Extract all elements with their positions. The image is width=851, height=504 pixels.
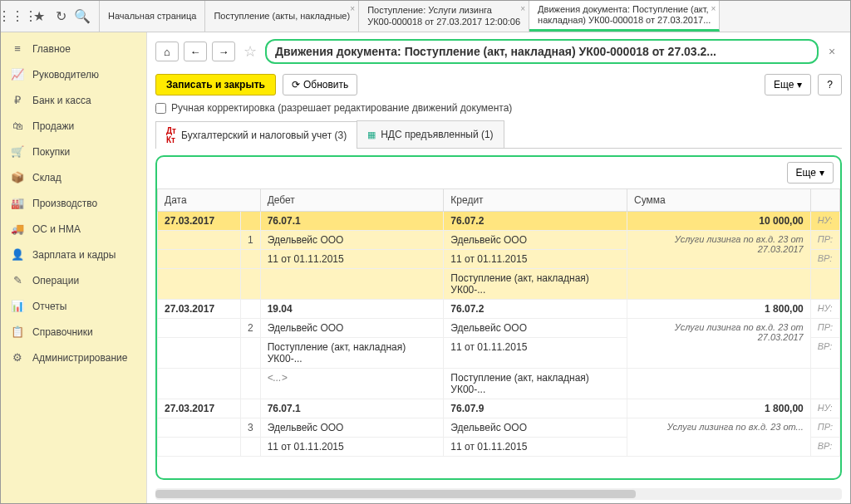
star-icon[interactable]: ★	[29, 7, 49, 27]
movements-panel: Еще ▾ Дата Дебет Кредит Сумма	[155, 155, 842, 480]
sidebar-item[interactable]: ✎Операции	[1, 267, 146, 293]
sidebar-label: Администрирование	[32, 352, 127, 364]
sidebar-icon: 🛍	[11, 120, 24, 132]
accounting-icon: ДтКт	[166, 126, 176, 144]
sidebar-item[interactable]: ⚙Администрирование	[1, 345, 146, 370]
sidebar-item[interactable]: 👤Зарплата и кадры	[1, 242, 146, 267]
sidebar-label: Справочники	[32, 326, 93, 338]
sidebar-label: Руководителю	[32, 69, 99, 81]
refresh-icon: ⟳	[292, 79, 300, 91]
home-button[interactable]: ⌂	[155, 42, 179, 61]
table-row[interactable]: 27.03.201776.07.176.07.210 000,00НУ:	[158, 212, 840, 231]
sidebar: ≡Главное📈Руководителю₽Банк и касса🛍Прода…	[1, 32, 146, 503]
sidebar-item[interactable]: ₽Банк и касса	[1, 87, 146, 113]
main-panel: ⌂ ← → ☆ Движения документа: Поступление …	[146, 32, 850, 503]
chevron-down-icon: ▾	[819, 167, 824, 179]
refresh-button[interactable]: ⟳Обновить	[283, 74, 357, 95]
sidebar-icon: ✎	[11, 274, 24, 286]
close-doc-icon[interactable]: ×	[829, 45, 842, 58]
table-row[interactable]: Поступление (акт, накладная) УК00-...	[158, 269, 840, 300]
sidebar-label: Банк и касса	[32, 95, 91, 106]
sidebar-label: Отчеты	[32, 301, 66, 312]
sidebar-item[interactable]: 📦Склад	[1, 164, 146, 190]
top-tab[interactable]: Движения документа: Поступление (акт,нак…	[529, 1, 720, 32]
sidebar-item[interactable]: 📈Руководителю	[1, 61, 146, 87]
top-tab[interactable]: Поступление (акты, накладные)×	[205, 1, 359, 32]
top-tab[interactable]: Начальная страница	[100, 1, 205, 32]
tab-nds[interactable]: ▦ НДС предъявленный (1)	[357, 120, 504, 148]
sidebar-label: Покупки	[32, 146, 70, 158]
topbar: ⋮⋮⋮ ★ ↻ 🔍 Начальная страницаПоступление …	[1, 1, 850, 32]
sidebar-item[interactable]: 🛍Продажи	[1, 113, 146, 139]
col-debit[interactable]: Дебет	[260, 189, 444, 212]
sidebar-icon: 📈	[11, 68, 24, 81]
movements-table-wrap[interactable]: Дата Дебет Кредит Сумма 27.03.201776.07.…	[157, 188, 840, 478]
toolbar: Записать и закрыть ⟳Обновить Еще ▾ ?	[147, 71, 850, 102]
col-sum[interactable]: Сумма	[627, 189, 810, 212]
table-row[interactable]: 27.03.201719.0476.07.21 800,00НУ:	[158, 300, 840, 319]
tab-close-icon[interactable]: ×	[350, 4, 355, 14]
sidebar-icon: ⚙	[11, 351, 24, 364]
chevron-down-icon: ▾	[797, 79, 802, 91]
sidebar-label: Производство	[32, 198, 97, 209]
tab-accounting[interactable]: ДтКт Бухгалтерский и налоговый учет (3)	[155, 121, 357, 149]
sidebar-icon: 📋	[11, 325, 24, 338]
manual-edit-checkbox[interactable]	[155, 103, 166, 114]
movements-table: Дата Дебет Кредит Сумма 27.03.201776.07.…	[157, 188, 840, 457]
sidebar-icon: ₽	[11, 94, 24, 106]
col-credit[interactable]: Кредит	[444, 189, 627, 212]
sidebar-label: Склад	[32, 172, 61, 183]
col-date[interactable]: Дата	[158, 189, 261, 212]
back-button[interactable]: ←	[184, 42, 207, 61]
more-button[interactable]: Еще ▾	[765, 74, 811, 95]
top-tab[interactable]: Поступление: Услуги лизингаУК00-000018 о…	[359, 1, 529, 32]
manual-edit-label: Ручная корректировка (разрешает редактир…	[171, 102, 512, 114]
help-button[interactable]: ?	[818, 74, 842, 95]
sidebar-item[interactable]: 🛒Покупки	[1, 139, 146, 164]
table-row[interactable]: 2Эдельвейс ОООЭдельвейс ОООУслуги лизинг…	[158, 319, 840, 338]
forward-button[interactable]: →	[212, 42, 235, 61]
sidebar-label: Зарплата и кадры	[32, 249, 116, 261]
sidebar-item[interactable]: 🏭Производство	[1, 190, 146, 216]
topbar-icons: ⋮⋮⋮ ★ ↻ 🔍	[1, 1, 100, 32]
apps-icon[interactable]: ⋮⋮⋮	[7, 7, 27, 27]
inner-tabs: ДтКт Бухгалтерский и налоговый учет (3) …	[155, 120, 842, 149]
sidebar-icon: 🚚	[11, 223, 24, 235]
sidebar-item[interactable]: ≡Главное	[1, 36, 146, 61]
search-icon[interactable]: 🔍	[72, 7, 92, 27]
sidebar-label: ОС и НМА	[32, 223, 81, 235]
sidebar-icon: 🛒	[11, 145, 24, 158]
sidebar-label: Операции	[32, 275, 79, 286]
sidebar-icon: ≡	[11, 42, 24, 55]
sidebar-icon: 🏭	[11, 197, 24, 209]
table-row[interactable]: 27.03.201776.07.176.07.91 800,00НУ:	[158, 399, 840, 418]
sidebar-icon: 📊	[11, 300, 24, 312]
top-tabs: Начальная страницаПоступление (акты, нак…	[100, 1, 850, 32]
sidebar-icon: 📦	[11, 171, 24, 183]
fav-star-icon[interactable]: ☆	[243, 42, 257, 61]
table-row[interactable]: 1Эдельвейс ОООЭдельвейс ОООУслуги лизинг…	[158, 231, 840, 250]
sidebar-label: Продажи	[32, 120, 74, 132]
sidebar-label: Главное	[32, 43, 71, 55]
nav-row: ⌂ ← → ☆ Движения документа: Поступление …	[147, 32, 850, 71]
history-icon[interactable]: ↻	[51, 7, 71, 27]
save-close-button[interactable]: Записать и закрыть	[155, 74, 276, 95]
doc-title: Движения документа: Поступление (акт, на…	[265, 39, 819, 64]
sidebar-item[interactable]: 📋Справочники	[1, 319, 146, 345]
col-side[interactable]	[810, 189, 839, 212]
table-row[interactable]: <...>Поступление (акт, накладная) УК00-.…	[158, 369, 840, 399]
table-row[interactable]: 3Эдельвейс ОООЭдельвейс ОООУслуги лизинг…	[158, 418, 840, 438]
nds-icon: ▦	[367, 130, 376, 140]
manual-edit-row: Ручная корректировка (разрешает редактир…	[147, 102, 850, 120]
tab-close-icon[interactable]: ×	[520, 4, 525, 14]
sidebar-item[interactable]: 🚚ОС и НМА	[1, 216, 146, 242]
sidebar-item[interactable]: 📊Отчеты	[1, 293, 146, 319]
sidebar-icon: 👤	[11, 248, 24, 261]
tab-close-icon[interactable]: ×	[711, 4, 716, 14]
panel-more-button[interactable]: Еще ▾	[787, 162, 834, 183]
h-scrollbar[interactable]	[155, 488, 842, 500]
